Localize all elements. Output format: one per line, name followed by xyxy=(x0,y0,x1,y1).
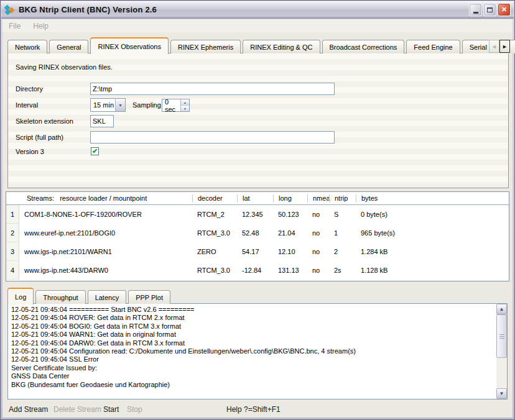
minimize-icon xyxy=(473,12,478,14)
sampling-value: 0 sec xyxy=(162,99,180,111)
cell-bytes: 0 byte(s) xyxy=(356,211,509,218)
check-icon: ✔ xyxy=(92,148,98,155)
cell-lat: 12.345 xyxy=(237,211,273,218)
scrollbar-down-button[interactable]: ▼ xyxy=(496,388,507,399)
scrollbar-up-button[interactable]: ▲ xyxy=(496,304,507,314)
action-bar: Add Stream Delete Stream Start Stop Help… xyxy=(2,403,513,417)
header-bytes: bytes xyxy=(356,194,509,203)
spinner-down-icon[interactable]: ▼ xyxy=(181,105,189,111)
log-panel[interactable]: 12-05-21 09:45:04 ========== Start BNC v… xyxy=(7,303,508,399)
panel-intro-text: Saving RINEX observation files. xyxy=(16,61,113,73)
tab-ppp-plot[interactable]: PPP Plot xyxy=(128,290,170,304)
log-line: 12-05-21 09:45:04 BOGI0: Get data in RTC… xyxy=(11,322,496,331)
cell-ntrip: 2 xyxy=(329,248,356,255)
scrollbar-grip-icon xyxy=(499,336,504,337)
cell-decoder: RTCM_3.0 xyxy=(192,229,237,237)
tab-latency[interactable]: Latency xyxy=(88,290,127,304)
cell-lat: 52.48 xyxy=(237,229,273,237)
version3-checkbox[interactable]: ✔ xyxy=(91,147,99,155)
table-row[interactable]: 4 www.igs-ip.net:443/DARW0 RTCM_3.0 -12.… xyxy=(6,261,509,280)
spinner-up-icon[interactable]: ▲ xyxy=(181,99,189,105)
help-shortcut-label: Help ?=Shift+F1 xyxy=(226,405,281,414)
window-title: BKG Ntrip Client (BNC) Version 2.6 xyxy=(19,5,469,14)
cell-long: 131.13 xyxy=(273,267,307,274)
cell-lat: -12.84 xyxy=(237,267,273,274)
interval-label: Interval xyxy=(16,99,38,111)
rinex-observations-panel: Saving RINEX observation files. Director… xyxy=(7,53,509,188)
delete-stream-button[interactable]: Delete Stream xyxy=(53,405,101,414)
tab-scroll-left-button: ◄ xyxy=(489,40,499,53)
cell-lat: 54.17 xyxy=(237,248,273,255)
app-window: BKG Ntrip Client (BNC) Version 2.6 ✕ Fil… xyxy=(0,0,515,420)
interval-dropdown[interactable]: 15 min ▼ xyxy=(90,98,126,112)
log-vertical-scrollbar[interactable]: ▲ ▼ xyxy=(496,304,507,399)
header-decoder: decoder xyxy=(192,194,237,203)
log-line: 12-05-21 09:45:04 SSL Error xyxy=(11,355,496,363)
log-line: 12-05-21 09:45:04 DARW0: Get data in RTC… xyxy=(11,339,496,347)
tab-rinex-editing-qc[interactable]: RINEX Editing & QC xyxy=(243,40,320,53)
chevron-down-icon[interactable]: ▼ xyxy=(115,99,125,111)
cell-mountpoint: www.igs-ip.net:2101/WARN1 xyxy=(19,248,192,255)
minimize-button[interactable] xyxy=(469,3,482,16)
row-number: 4 xyxy=(6,261,19,280)
row-number: 1 xyxy=(6,205,19,224)
tab-general[interactable]: General xyxy=(49,40,88,53)
cell-nmea: no xyxy=(307,248,329,255)
stop-button[interactable]: Stop xyxy=(127,405,142,414)
directory-input[interactable] xyxy=(90,83,335,95)
maximize-button[interactable] xyxy=(483,3,496,16)
header-lat: lat xyxy=(237,194,273,203)
cell-long: 12.10 xyxy=(273,248,307,255)
cell-nmea: no xyxy=(307,267,329,274)
menu-help[interactable]: Help xyxy=(27,22,55,30)
tab-scroll-right-button[interactable]: ► xyxy=(499,40,510,53)
sampling-spinner[interactable]: 0 sec ▲ ▼ xyxy=(162,99,190,112)
tab-network[interactable]: Network xyxy=(7,40,47,53)
cell-bytes: 1.284 kB xyxy=(356,248,509,255)
skeleton-extension-input[interactable] xyxy=(90,115,114,127)
header-long: long xyxy=(273,194,307,203)
row-number: 3 xyxy=(6,242,19,261)
menu-file[interactable]: File xyxy=(2,22,27,30)
cell-nmea: no xyxy=(307,211,329,218)
menu-bar: File Help xyxy=(2,19,513,32)
start-button[interactable]: Start xyxy=(103,405,119,414)
cell-decoder: RTCM_3.0 xyxy=(192,267,237,274)
maximize-icon xyxy=(487,7,493,12)
tab-rinex-ephemeris[interactable]: RINEX Ephemeris xyxy=(170,40,241,53)
table-row[interactable]: 3 www.igs-ip.net:2101/WARN1 ZERO 54.17 1… xyxy=(6,242,509,261)
log-line: 12-05-21 09:45:04 ROVER: Get data in RTC… xyxy=(11,314,496,322)
cell-ntrip: 1 xyxy=(329,229,356,237)
cell-bytes: 965 byte(s) xyxy=(356,229,509,237)
interval-value: 15 min xyxy=(91,99,115,111)
tab-log[interactable]: Log xyxy=(7,288,34,304)
scrollbar-thumb[interactable] xyxy=(496,314,507,358)
cell-decoder: RTCM_2 xyxy=(192,211,237,218)
add-stream-button[interactable]: Add Stream xyxy=(9,405,48,414)
log-line: 12-05-21 09:45:04 WARN1: Get data in ori… xyxy=(11,331,496,339)
directory-label: Directory xyxy=(16,83,43,95)
cell-decoder: ZERO xyxy=(192,248,237,255)
title-bar[interactable]: BKG Ntrip Client (BNC) Version 2.6 ✕ xyxy=(1,1,514,19)
tab-throughput[interactable]: Throughput xyxy=(35,290,85,304)
log-line: GNSS Data Center xyxy=(11,372,496,380)
row-number: 2 xyxy=(6,224,19,242)
tab-rinex-observations[interactable]: RINEX Observations xyxy=(90,37,168,54)
script-path-input[interactable] xyxy=(90,131,335,144)
table-row[interactable]: 2 www.euref-ip.net:2101/BOGI0 RTCM_3.0 5… xyxy=(6,224,509,242)
table-row[interactable]: 1 COM1-8-NONE-1-OFF-19200/ROVER RTCM_2 1… xyxy=(6,205,509,224)
sampling-label: Sampling xyxy=(132,99,161,111)
cell-mountpoint: www.igs-ip.net:443/DARW0 xyxy=(19,267,192,274)
log-text: 12-05-21 09:45:04 ========== Start BNC v… xyxy=(8,304,496,399)
tab-feed-engine[interactable]: Feed Engine xyxy=(406,40,460,53)
header-ntrip: ntrip xyxy=(329,194,356,203)
settings-tab-bar: Network General RINEX Observations RINEX… xyxy=(7,36,511,53)
client-area: File Help Network General RINEX Observat… xyxy=(2,19,513,418)
close-icon: ✕ xyxy=(501,6,507,14)
log-line: BKG (Bundesamt fuer Geodaesie und Kartog… xyxy=(11,381,496,389)
close-button[interactable]: ✕ xyxy=(498,3,511,16)
tab-broadcast-corrections[interactable]: Broadcast Corrections xyxy=(322,40,405,53)
cell-mountpoint: www.euref-ip.net:2101/BOGI0 xyxy=(19,229,192,237)
cell-mountpoint: COM1-8-NONE-1-OFF-19200/ROVER xyxy=(19,211,192,218)
log-line: 12-05-21 09:45:04 Configuration read: C:… xyxy=(11,347,496,355)
